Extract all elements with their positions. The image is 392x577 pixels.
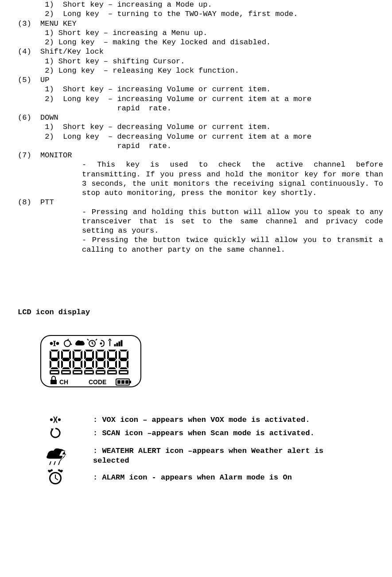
svg-marker-16 — [50, 360, 51, 368]
text: 2) Long key – increasing Volume or curre… — [45, 95, 311, 103]
text: (3) MENU KEY — [18, 19, 77, 28]
section-head: (3) MENU KEY — [18, 19, 383, 28]
text: 2) Long key – releasing Key lock functio… — [45, 66, 239, 75]
list-item: rapid rate. — [18, 141, 383, 151]
scan-icon — [49, 427, 62, 439]
list-item: 1) Short key – shifting Cursor. — [18, 57, 383, 66]
svg-rect-51 — [117, 380, 120, 384]
text: (8) PTT — [18, 198, 54, 207]
paragraph: - Pressing the button twice quickly will… — [82, 235, 383, 254]
alarm-desc: : ALARM icon - appears when Alarm mode i… — [93, 473, 383, 482]
text: 1) Short key – increasing a Menu up. — [45, 29, 207, 37]
svg-marker-29 — [73, 373, 82, 374]
lcd-code-label: CODE — [89, 378, 106, 386]
text: (6) DOWN — [18, 113, 58, 122]
svg-rect-8 — [119, 342, 120, 346]
text: - Pressing and holding this button will … — [82, 208, 383, 235]
text: 1) Short key – increasing Volume or curr… — [45, 85, 271, 94]
svg-marker-33 — [84, 373, 94, 374]
svg-marker-17 — [58, 360, 59, 368]
section-head: (7) MONITOR — [18, 151, 383, 160]
section-head: (8) PTT — [18, 198, 383, 207]
alarm-icon — [47, 468, 64, 486]
svg-marker-36 — [96, 370, 105, 371]
list-item: 1) Short key – increasing Volume or curr… — [18, 85, 383, 94]
list-item: 1) Short key – increasing a Menu up. — [18, 28, 383, 38]
paragraph: - Pressing and holding this button will … — [82, 207, 383, 236]
svg-rect-9 — [121, 340, 122, 346]
svg-marker-28 — [73, 370, 82, 371]
text: 1) Short key – shifting Cursor. — [45, 57, 185, 66]
svg-marker-20 — [50, 370, 59, 371]
list-item: 2) Long key – releasing Key lock functio… — [18, 66, 383, 75]
vox-icon — [48, 414, 63, 425]
svg-point-55 — [58, 418, 61, 421]
svg-marker-41 — [107, 373, 117, 374]
list-item: 2) Long key – decreasing Volume or curre… — [18, 132, 383, 141]
text: rapid rate. — [45, 104, 171, 113]
section-head: (6) DOWN — [18, 113, 383, 122]
heading-lcd-icon-display: LCD icon display — [18, 308, 383, 317]
text: 2) Long key – decreasing Volume or curre… — [45, 133, 311, 141]
text: rapid rate. — [45, 142, 171, 150]
svg-point-5 — [100, 343, 102, 344]
svg-rect-6 — [114, 344, 116, 346]
text: (7) MONITOR — [18, 151, 72, 160]
svg-marker-15 — [58, 351, 59, 359]
text: 2) Long key – turning to the TWO-WAY mod… — [45, 10, 298, 18]
weather-desc-line1: : WEATEHR ALERT icon –appears when Weath… — [93, 446, 383, 456]
svg-marker-32 — [84, 370, 94, 371]
svg-rect-48 — [50, 380, 57, 384]
svg-marker-12 — [50, 367, 58, 369]
list-item: rapid rate. — [18, 104, 383, 113]
svg-marker-13 — [50, 358, 58, 361]
svg-rect-50 — [130, 381, 131, 383]
svg-marker-14 — [50, 351, 51, 359]
section-head: (4) Shift/Key lock — [18, 47, 383, 56]
svg-marker-44 — [119, 370, 128, 371]
text: (5) UP — [18, 76, 49, 84]
list-item: 2) Long key – making the Key locked and … — [18, 38, 383, 47]
list-item: 1) Short key – decreasing Volume or curr… — [18, 122, 383, 132]
vox-desc: : VOX icon – appears when VOX mode is ac… — [93, 415, 383, 425]
svg-marker-25 — [61, 373, 71, 374]
lcd-ch-label: CH — [59, 378, 68, 386]
text: - This key is used to check the active c… — [82, 160, 383, 197]
weather-alert-icon — [43, 446, 68, 467]
scan-desc: : SCAN icon –appears when Scan mode is a… — [93, 429, 383, 438]
lcd-display-figure: CH CODE — [40, 335, 142, 388]
svg-rect-52 — [121, 380, 124, 384]
svg-marker-45 — [119, 373, 128, 374]
text: 1) Short key – decreasing Volume or curr… — [45, 123, 271, 131]
svg-marker-21 — [50, 373, 59, 374]
text: (4) Shift/Key lock — [18, 47, 104, 56]
svg-point-2 — [56, 342, 59, 345]
svg-marker-24 — [61, 370, 71, 371]
lcd-svg: CH CODE — [40, 335, 142, 388]
svg-rect-7 — [116, 343, 118, 346]
svg-marker-37 — [96, 373, 105, 374]
weather-desc-line2: selected — [93, 456, 383, 465]
text: - Pressing the button twice quickly will… — [82, 236, 383, 253]
svg-marker-40 — [107, 370, 117, 371]
svg-marker-11 — [50, 350, 58, 351]
text: 1) Short key – increasing a Mode up. — [45, 0, 212, 9]
list-item: 2) Long key – increasing Volume or curre… — [18, 94, 383, 104]
text: 2) Long key – making the Key locked and … — [45, 38, 271, 47]
section-head: (5) UP — [18, 75, 383, 85]
svg-rect-53 — [125, 380, 128, 384]
svg-point-54 — [50, 418, 53, 421]
paragraph: - This key is used to check the active c… — [82, 160, 383, 198]
svg-point-1 — [50, 342, 53, 345]
list-item: 2) Long key – turning to the TWO-WAY mod… — [18, 9, 383, 19]
list-item: 1) Short key – increasing a Mode up. — [18, 0, 383, 9]
